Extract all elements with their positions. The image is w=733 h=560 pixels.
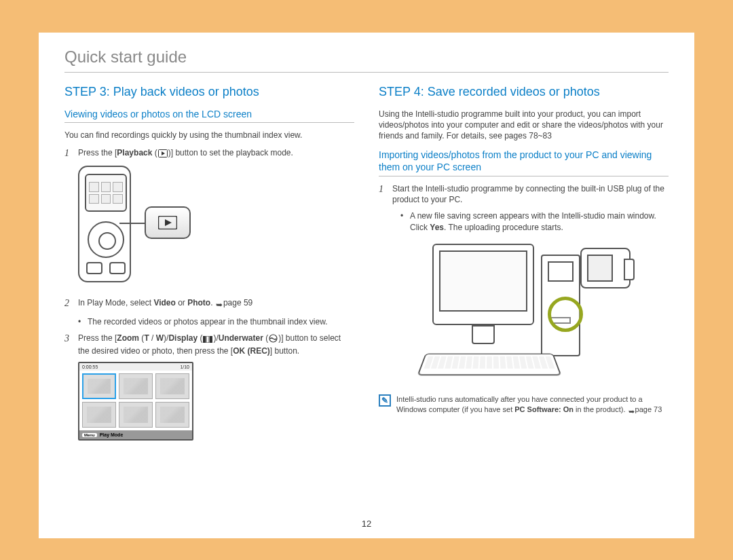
monitor-stand [472, 325, 495, 344]
item-number: 1 [64, 147, 73, 160]
bullet-text: The recorded videos or photos appear in … [88, 316, 328, 327]
thumbnail [155, 373, 189, 399]
thumbnail-footer: Menu Play Mode [79, 430, 192, 439]
playback-icon [158, 149, 168, 160]
device-screen [85, 174, 127, 212]
device-button [86, 262, 102, 274]
thumbnail [119, 402, 153, 428]
highlight-circle [548, 297, 583, 332]
svg-rect-4 [203, 336, 206, 343]
thumbnail-view-illustration: 0:00:55 1/10 Menu Play Mode [78, 362, 193, 441]
step4-subheading: Importing videos/photos from the product… [379, 149, 669, 173]
recording-time: 0:00:55 [82, 365, 98, 369]
item-number: 3 [64, 333, 73, 356]
svg-rect-5 [206, 336, 209, 343]
thumbnail-status-bar: 0:00:55 1/10 [79, 363, 192, 371]
step4-intro: Using the Intelli-studio programme built… [379, 109, 669, 142]
device-dpad [88, 221, 124, 258]
step3-item2-bullet: • The recorded videos or photos appear i… [78, 316, 354, 327]
step3-item2: 2 In Play Mode, select Video or Photo. ➥… [64, 297, 354, 310]
divider [64, 72, 669, 73]
step3-item3: 3 Press the [Zoom (T / W)/Display ()/Und… [64, 333, 354, 356]
item-text: In Play Mode, select Video or Photo. ➥pa… [78, 297, 252, 310]
mode-label: Play Mode [100, 432, 124, 437]
thumbnail [155, 402, 189, 428]
step4-item1: 1 Start the Intelli-studio programme by … [379, 183, 669, 205]
step4-item1-subbullet: • A new file saving screen appears with … [400, 210, 669, 232]
step3-heading: STEP 3: Play back videos or photos [64, 85, 354, 99]
note-text: Intelli-studio runs automatically after … [396, 394, 669, 417]
camcorder-screen [587, 255, 613, 282]
item-text: Press the [Zoom (T / W)/Display ()/Under… [78, 333, 354, 356]
device-illustration [78, 166, 354, 288]
step3-intro: You can find recordings quickly by using… [64, 130, 354, 141]
link-arrow-icon: ➥ [628, 407, 635, 417]
thumbnail [82, 402, 116, 428]
item-number: 2 [64, 297, 73, 310]
keyboard [417, 354, 561, 375]
divider [379, 176, 669, 176]
bullet-icon: • [400, 210, 406, 232]
thumbnail-grid [79, 371, 192, 430]
two-column-layout: STEP 3: Play back videos or photos Viewi… [64, 85, 669, 441]
step4-heading: STEP 4: Save recorded videos or photos [379, 85, 669, 99]
thumbnail [119, 373, 153, 399]
page-number: 12 [39, 519, 694, 529]
menu-label: Menu [82, 433, 97, 437]
bullet-text: A new file saving screen appears with th… [410, 210, 669, 232]
svg-marker-3 [165, 219, 172, 226]
display-icon [203, 335, 212, 346]
svg-rect-6 [210, 336, 212, 343]
divider [64, 122, 354, 123]
step3-subheading: Viewing videos or photos on the LCD scre… [64, 109, 354, 119]
item-text: Press the [Playback ()] button to set th… [78, 147, 293, 160]
bullet-icon: • [78, 316, 83, 327]
callout-line [119, 223, 145, 224]
manual-page: Quick start guide STEP 3: Play back vide… [39, 33, 694, 538]
pc-connection-illustration [412, 241, 636, 384]
step3-item1: 1 Press the [Playback ()] button to set … [64, 147, 354, 160]
right-column: STEP 4: Save recorded videos or photos U… [379, 85, 669, 441]
note-box: ✎ Intelli-studio runs automatically afte… [379, 394, 669, 417]
index-count: 1/10 [180, 365, 189, 369]
playback-icon [158, 216, 177, 229]
underwater-icon [269, 334, 278, 346]
device-body [78, 166, 131, 282]
svg-marker-1 [162, 151, 165, 155]
left-column: STEP 3: Play back videos or photos Viewi… [64, 85, 354, 441]
item-number: 1 [379, 183, 387, 205]
item-text: Start the Intelli-studio programme by co… [392, 183, 669, 205]
camcorder [580, 248, 631, 288]
note-icon: ✎ [379, 394, 391, 407]
device-button [109, 262, 126, 274]
link-arrow-icon: ➥ [216, 299, 223, 310]
playback-button-callout [145, 206, 191, 239]
monitor [432, 244, 534, 325]
page-title: Quick start guide [64, 48, 669, 67]
thumbnail-selected [82, 373, 116, 399]
